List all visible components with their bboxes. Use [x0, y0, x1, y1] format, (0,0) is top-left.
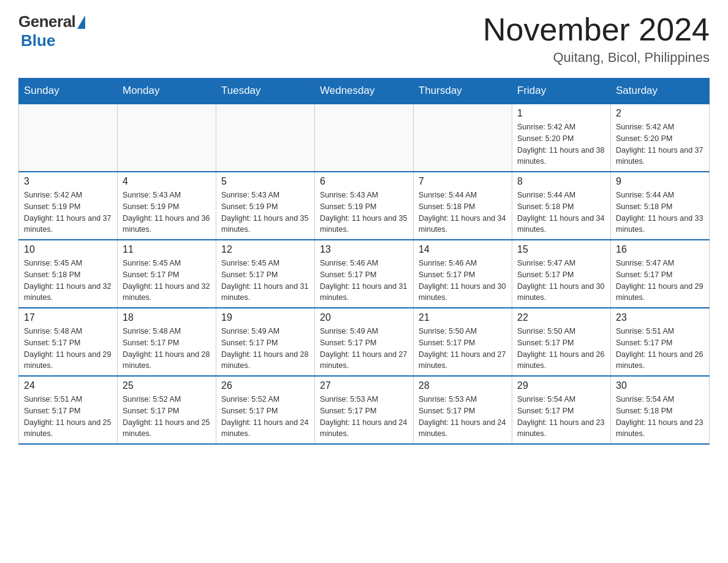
day-number: 17 — [24, 312, 112, 323]
day-number: 27 — [320, 380, 408, 391]
calendar-cell — [414, 104, 512, 172]
day-info: Sunrise: 5:44 AM Sunset: 5:18 PM Dayligh… — [517, 190, 605, 236]
calendar-cell: 25Sunrise: 5:52 AM Sunset: 5:17 PM Dayli… — [118, 376, 216, 444]
calendar-cell: 23Sunrise: 5:51 AM Sunset: 5:17 PM Dayli… — [611, 308, 710, 376]
title-section: November 2024 Quitang, Bicol, Philippine… — [483, 12, 710, 66]
day-info: Sunrise: 5:54 AM Sunset: 5:18 PM Dayligh… — [616, 394, 704, 440]
day-number: 13 — [320, 244, 408, 255]
logo: General Blue — [18, 12, 85, 50]
calendar-cell — [315, 104, 414, 172]
day-info: Sunrise: 5:42 AM Sunset: 5:19 PM Dayligh… — [24, 190, 112, 236]
calendar-header-friday: Friday — [512, 79, 611, 104]
day-number: 9 — [616, 176, 704, 187]
calendar-header-row: SundayMondayTuesdayWednesdayThursdayFrid… — [19, 79, 710, 104]
day-number: 16 — [616, 244, 704, 255]
day-info: Sunrise: 5:48 AM Sunset: 5:17 PM Dayligh… — [123, 326, 211, 372]
calendar-header-wednesday: Wednesday — [315, 79, 414, 104]
day-number: 10 — [24, 244, 112, 255]
calendar-cell — [216, 104, 315, 172]
day-info: Sunrise: 5:45 AM Sunset: 5:17 PM Dayligh… — [123, 258, 211, 304]
calendar-cell: 21Sunrise: 5:50 AM Sunset: 5:17 PM Dayli… — [414, 308, 512, 376]
day-info: Sunrise: 5:44 AM Sunset: 5:18 PM Dayligh… — [616, 190, 704, 236]
calendar-week-row: 24Sunrise: 5:51 AM Sunset: 5:17 PM Dayli… — [19, 376, 710, 444]
day-number: 24 — [24, 380, 112, 391]
calendar-header-saturday: Saturday — [611, 79, 710, 104]
calendar-cell: 28Sunrise: 5:53 AM Sunset: 5:17 PM Dayli… — [414, 376, 512, 444]
day-info: Sunrise: 5:53 AM Sunset: 5:17 PM Dayligh… — [419, 394, 507, 440]
calendar-cell: 11Sunrise: 5:45 AM Sunset: 5:17 PM Dayli… — [118, 240, 216, 308]
calendar-cell: 7Sunrise: 5:44 AM Sunset: 5:18 PM Daylig… — [414, 172, 512, 240]
day-number: 29 — [517, 380, 605, 391]
day-number: 5 — [221, 176, 309, 187]
day-info: Sunrise: 5:47 AM Sunset: 5:17 PM Dayligh… — [517, 258, 605, 304]
calendar-cell — [118, 104, 216, 172]
page-header: General Blue November 2024 Quitang, Bico… — [18, 12, 710, 66]
day-number: 1 — [517, 108, 605, 119]
day-number: 14 — [419, 244, 507, 255]
day-info: Sunrise: 5:43 AM Sunset: 5:19 PM Dayligh… — [320, 190, 408, 236]
day-number: 28 — [419, 380, 507, 391]
calendar-cell: 1Sunrise: 5:42 AM Sunset: 5:20 PM Daylig… — [512, 104, 611, 172]
day-number: 25 — [123, 380, 211, 391]
day-info: Sunrise: 5:52 AM Sunset: 5:17 PM Dayligh… — [221, 394, 309, 440]
day-info: Sunrise: 5:43 AM Sunset: 5:19 PM Dayligh… — [123, 190, 211, 236]
day-number: 8 — [517, 176, 605, 187]
day-number: 30 — [616, 380, 704, 391]
calendar-cell: 26Sunrise: 5:52 AM Sunset: 5:17 PM Dayli… — [216, 376, 315, 444]
day-info: Sunrise: 5:51 AM Sunset: 5:17 PM Dayligh… — [24, 394, 112, 440]
logo-general-text: General — [18, 12, 75, 31]
day-info: Sunrise: 5:50 AM Sunset: 5:17 PM Dayligh… — [419, 326, 507, 372]
day-number: 21 — [419, 312, 507, 323]
day-info: Sunrise: 5:42 AM Sunset: 5:20 PM Dayligh… — [517, 121, 605, 167]
day-info: Sunrise: 5:42 AM Sunset: 5:20 PM Dayligh… — [616, 121, 704, 167]
day-info: Sunrise: 5:51 AM Sunset: 5:17 PM Dayligh… — [616, 326, 704, 372]
calendar-cell: 8Sunrise: 5:44 AM Sunset: 5:18 PM Daylig… — [512, 172, 611, 240]
calendar-cell: 19Sunrise: 5:49 AM Sunset: 5:17 PM Dayli… — [216, 308, 315, 376]
calendar-header-tuesday: Tuesday — [216, 79, 315, 104]
calendar-cell: 2Sunrise: 5:42 AM Sunset: 5:20 PM Daylig… — [611, 104, 710, 172]
day-info: Sunrise: 5:46 AM Sunset: 5:17 PM Dayligh… — [320, 258, 408, 304]
location-title: Quitang, Bicol, Philippines — [483, 50, 710, 66]
day-info: Sunrise: 5:53 AM Sunset: 5:17 PM Dayligh… — [320, 394, 408, 440]
calendar-cell: 13Sunrise: 5:46 AM Sunset: 5:17 PM Dayli… — [315, 240, 414, 308]
calendar-cell: 20Sunrise: 5:49 AM Sunset: 5:17 PM Dayli… — [315, 308, 414, 376]
day-number: 3 — [24, 176, 112, 187]
day-info: Sunrise: 5:52 AM Sunset: 5:17 PM Dayligh… — [123, 394, 211, 440]
calendar-cell: 10Sunrise: 5:45 AM Sunset: 5:18 PM Dayli… — [19, 240, 118, 308]
day-info: Sunrise: 5:54 AM Sunset: 5:17 PM Dayligh… — [517, 394, 605, 440]
calendar-cell: 18Sunrise: 5:48 AM Sunset: 5:17 PM Dayli… — [118, 308, 216, 376]
calendar-cell: 14Sunrise: 5:46 AM Sunset: 5:17 PM Dayli… — [414, 240, 512, 308]
day-info: Sunrise: 5:45 AM Sunset: 5:18 PM Dayligh… — [24, 258, 112, 304]
calendar-header-monday: Monday — [118, 79, 216, 104]
calendar-cell: 3Sunrise: 5:42 AM Sunset: 5:19 PM Daylig… — [19, 172, 118, 240]
day-number: 2 — [616, 108, 704, 119]
calendar-header-sunday: Sunday — [19, 79, 118, 104]
day-info: Sunrise: 5:47 AM Sunset: 5:17 PM Dayligh… — [616, 258, 704, 304]
month-title: November 2024 — [483, 12, 710, 47]
day-info: Sunrise: 5:46 AM Sunset: 5:17 PM Dayligh… — [419, 258, 507, 304]
day-number: 11 — [123, 244, 211, 255]
calendar-week-row: 1Sunrise: 5:42 AM Sunset: 5:20 PM Daylig… — [19, 104, 710, 172]
day-number: 22 — [517, 312, 605, 323]
calendar-cell: 12Sunrise: 5:45 AM Sunset: 5:17 PM Dayli… — [216, 240, 315, 308]
day-info: Sunrise: 5:50 AM Sunset: 5:17 PM Dayligh… — [517, 326, 605, 372]
calendar-cell: 24Sunrise: 5:51 AM Sunset: 5:17 PM Dayli… — [19, 376, 118, 444]
calendar-cell: 6Sunrise: 5:43 AM Sunset: 5:19 PM Daylig… — [315, 172, 414, 240]
calendar-cell — [19, 104, 118, 172]
day-number: 6 — [320, 176, 408, 187]
calendar-table: SundayMondayTuesdayWednesdayThursdayFrid… — [18, 78, 710, 445]
day-number: 18 — [123, 312, 211, 323]
logo-blue-text: Blue — [21, 31, 55, 50]
day-info: Sunrise: 5:49 AM Sunset: 5:17 PM Dayligh… — [221, 326, 309, 372]
calendar-cell: 17Sunrise: 5:48 AM Sunset: 5:17 PM Dayli… — [19, 308, 118, 376]
day-info: Sunrise: 5:48 AM Sunset: 5:17 PM Dayligh… — [24, 326, 112, 372]
day-number: 7 — [419, 176, 507, 187]
calendar-cell: 4Sunrise: 5:43 AM Sunset: 5:19 PM Daylig… — [118, 172, 216, 240]
calendar-cell: 30Sunrise: 5:54 AM Sunset: 5:18 PM Dayli… — [611, 376, 710, 444]
day-info: Sunrise: 5:45 AM Sunset: 5:17 PM Dayligh… — [221, 258, 309, 304]
logo-arrow-icon — [77, 15, 85, 29]
day-number: 19 — [221, 312, 309, 323]
day-info: Sunrise: 5:44 AM Sunset: 5:18 PM Dayligh… — [419, 190, 507, 236]
calendar-week-row: 3Sunrise: 5:42 AM Sunset: 5:19 PM Daylig… — [19, 172, 710, 240]
day-number: 26 — [221, 380, 309, 391]
